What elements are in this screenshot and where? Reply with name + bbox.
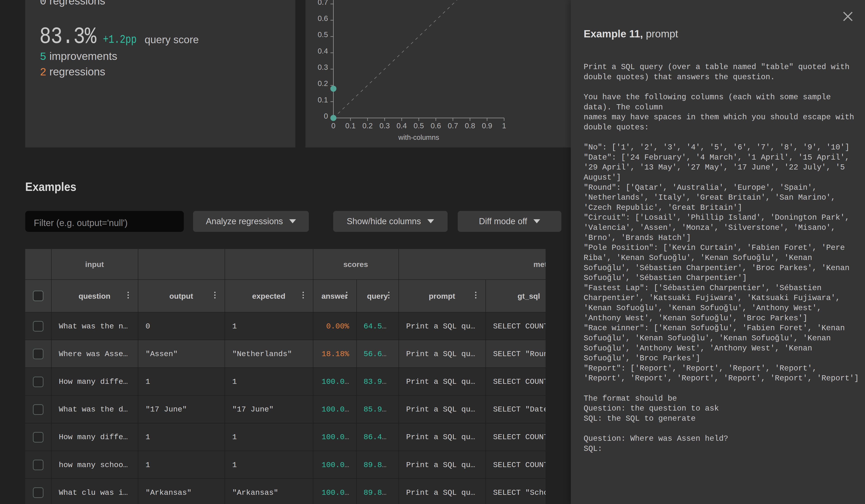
svg-text:0: 0 (324, 112, 328, 120)
svg-text:0.4: 0.4 (318, 47, 328, 55)
svg-text:0.1: 0.1 (318, 96, 328, 104)
svg-text:0.3: 0.3 (379, 121, 390, 130)
svg-text:0.3: 0.3 (318, 63, 328, 71)
svg-text:0.2: 0.2 (318, 79, 328, 87)
svg-text:0.6: 0.6 (431, 121, 441, 130)
svg-text:0.4: 0.4 (396, 121, 407, 130)
svg-text:0.2: 0.2 (362, 121, 373, 130)
svg-text:0.9: 0.9 (482, 121, 492, 130)
svg-text:0.6: 0.6 (318, 14, 328, 23)
svg-text:0: 0 (331, 121, 335, 130)
svg-text:0.8: 0.8 (465, 121, 475, 130)
svg-text:0.1: 0.1 (345, 121, 356, 130)
svg-text:0.5: 0.5 (414, 121, 424, 130)
svg-text:0.7: 0.7 (318, 0, 328, 6)
svg-text:0.7: 0.7 (448, 121, 458, 130)
svg-text:with-columns: with-columns (398, 133, 439, 141)
svg-text:0.5: 0.5 (318, 31, 328, 39)
svg-text:1: 1 (502, 121, 506, 130)
